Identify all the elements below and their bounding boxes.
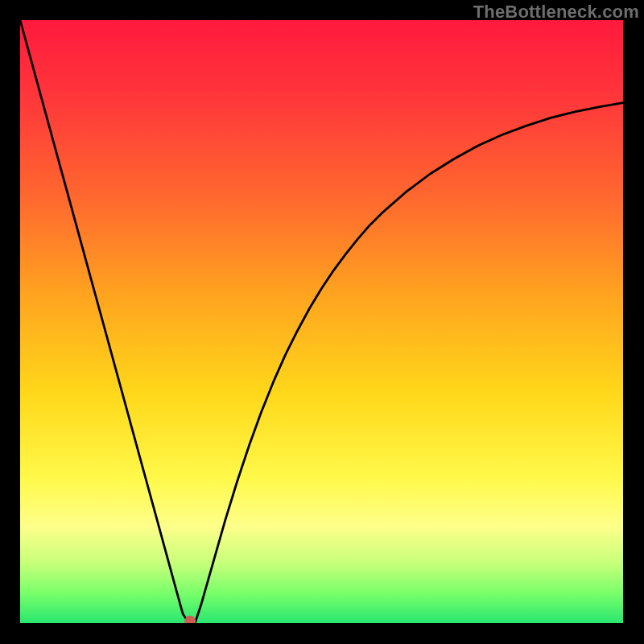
chart-plot-area (20, 20, 623, 623)
curve-line (20, 20, 623, 623)
bottleneck-curve (20, 20, 623, 623)
watermark-text: TheBottleneck.com (473, 2, 639, 23)
minimum-marker (184, 616, 196, 623)
